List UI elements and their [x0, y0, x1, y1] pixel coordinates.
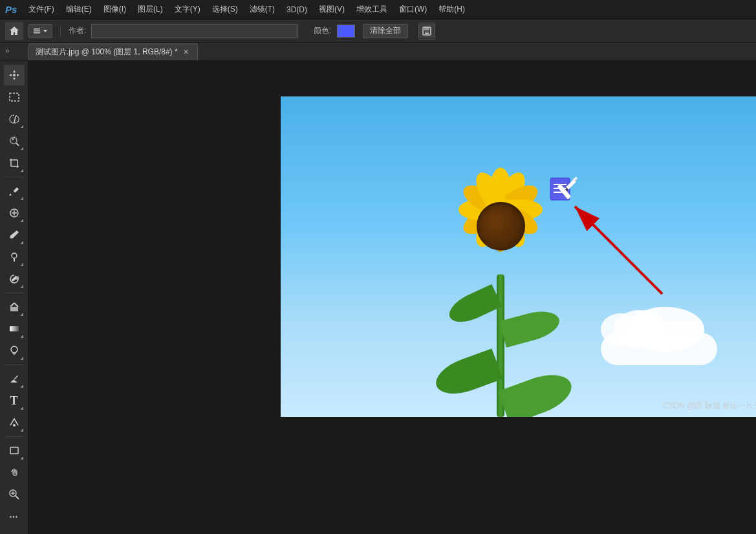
toolbar: T	[0, 61, 28, 534]
svg-rect-5	[425, 32, 429, 32]
tool-history-brush[interactable]	[4, 269, 25, 289]
tool-dodge[interactable]	[4, 340, 25, 361]
preset-btn[interactable]	[28, 24, 52, 38]
tab-close-button[interactable]: ✕	[182, 48, 191, 57]
tool-eraser[interactable]	[4, 296, 25, 317]
tab-expand-icon[interactable]: »	[5, 47, 9, 54]
tool-gradient[interactable]	[4, 318, 25, 339]
menu-filter[interactable]: 滤镜(T)	[244, 2, 280, 17]
menu-file[interactable]: 文件(F)	[23, 2, 59, 17]
tool-quick-select[interactable]	[4, 131, 25, 151]
svg-line-17	[10, 194, 11, 195]
svg-rect-0	[34, 28, 40, 30]
sunflower	[452, 177, 549, 417]
clear-all-button[interactable]: 清除全部	[363, 24, 408, 38]
document-canvas: CSDN @跟 耿瑞 卷出一片天	[281, 96, 756, 417]
author-input[interactable]	[91, 24, 298, 38]
svg-point-21	[12, 253, 17, 258]
tool-separator-2	[5, 293, 23, 293]
svg-line-41	[575, 206, 662, 294]
tool-brush[interactable]	[4, 225, 25, 245]
svg-rect-16	[13, 187, 18, 192]
home-button[interactable]	[5, 22, 23, 40]
color-swatch[interactable]	[337, 25, 355, 38]
menubar: Ps 文件(F) 编辑(E) 图像(I) 图层(L) 文字(Y) 选择(S) 滤…	[0, 0, 756, 19]
menu-select[interactable]: 选择(S)	[207, 2, 243, 17]
annotation-icon	[549, 174, 579, 206]
tool-type[interactable]: T	[4, 390, 25, 411]
tool-zoom[interactable]	[4, 484, 25, 505]
tool-heal[interactable]	[4, 203, 25, 223]
scene: CSDN @跟 耿瑞 卷出一片天	[281, 96, 756, 417]
tab-title: 测试图片.jpg @ 100% (图层 1, RGB/8#) *	[36, 47, 178, 58]
svg-line-24	[10, 303, 14, 307]
svg-rect-8	[10, 93, 19, 101]
tool-clone-stamp[interactable]	[4, 247, 25, 267]
svg-rect-29	[10, 447, 18, 454]
canvas-area[interactable]: CSDN @跟 耿瑞 卷出一片天	[28, 61, 756, 534]
menu-window[interactable]: 窗口(W)	[394, 2, 432, 17]
tool-crop[interactable]	[4, 153, 25, 173]
menu-3d[interactable]: 3D(D)	[281, 3, 312, 16]
svg-point-28	[13, 424, 16, 427]
menu-view[interactable]: 视图(V)	[314, 2, 350, 17]
svg-rect-2	[34, 32, 40, 34]
tool-path-select[interactable]	[4, 412, 25, 433]
tool-rect-select[interactable]	[4, 87, 25, 107]
save-notes-button[interactable]	[418, 23, 435, 39]
svg-rect-23	[10, 307, 18, 311]
menu-enhance[interactable]: 增效工具	[351, 2, 393, 17]
optionsbar: 作者: 颜色: 清除全部	[0, 19, 756, 43]
menu-type[interactable]: 文字(Y)	[169, 2, 206, 17]
author-label: 作者:	[69, 25, 86, 36]
watermark: CSDN @跟 耿瑞 卷出一片天	[663, 401, 756, 412]
tool-shape[interactable]	[4, 440, 25, 461]
red-arrow	[559, 197, 688, 328]
menu-edit[interactable]: 编辑(E)	[61, 2, 97, 17]
app-logo: Ps	[5, 4, 17, 15]
color-label: 颜色:	[314, 25, 331, 36]
svg-rect-1	[34, 30, 40, 32]
tool-eyedropper[interactable]	[4, 181, 25, 201]
options-separator	[60, 25, 61, 38]
main-area: T	[0, 61, 756, 534]
tool-pen[interactable]	[4, 368, 25, 389]
svg-rect-26	[10, 326, 19, 331]
tool-separator-1	[5, 177, 23, 177]
tool-separator-4	[5, 436, 23, 437]
document-tab[interactable]: 测试图片.jpg @ 100% (图层 1, RGB/8#) * ✕	[28, 43, 198, 60]
svg-line-31	[16, 496, 19, 499]
svg-line-11	[16, 143, 19, 146]
tool-hand[interactable]	[4, 462, 25, 483]
menu-layer[interactable]: 图层(L)	[133, 2, 168, 17]
tool-lasso[interactable]	[4, 109, 25, 129]
tool-separator-3	[5, 364, 23, 365]
svg-point-7	[13, 74, 16, 76]
tool-move[interactable]	[4, 65, 25, 85]
tool-more[interactable]: •••	[4, 506, 25, 527]
tabbar: » 测试图片.jpg @ 100% (图层 1, RGB/8#) * ✕	[0, 43, 756, 61]
menu-image[interactable]: 图像(I)	[98, 2, 131, 17]
svg-rect-4	[424, 27, 429, 30]
svg-point-27	[11, 346, 17, 353]
svg-line-9	[14, 116, 16, 123]
svg-rect-22	[14, 258, 15, 261]
svg-rect-6	[425, 33, 429, 34]
menu-help[interactable]: 帮助(H)	[433, 2, 470, 17]
svg-line-25	[14, 303, 18, 307]
